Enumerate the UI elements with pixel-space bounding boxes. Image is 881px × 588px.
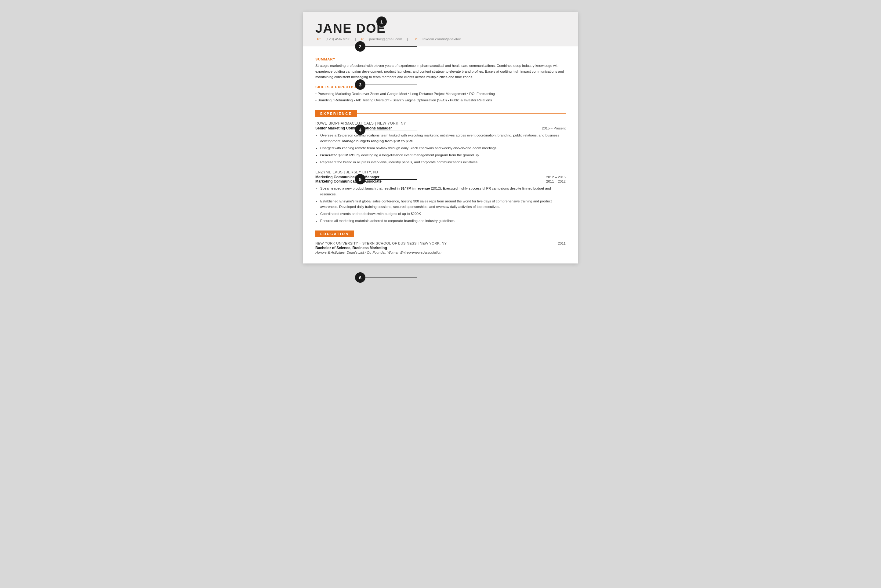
sep1: |: [355, 37, 356, 41]
contact-info: P: (123) 456-7890 | E: janedoe@gmail.com…: [315, 37, 566, 41]
education-row: NEW YORK UNIVERSITY – STERN SCHOOL OF BU…: [315, 242, 566, 245]
annotation-6-line: [366, 278, 417, 278]
job2-bullet-1: Spearheaded a new product launch that re…: [320, 186, 566, 197]
job1-company: ROWE BIOPHARMACEUTICALS | New York, NY: [315, 121, 566, 126]
job1-bullet-2: Charged with keeping remote team on-task…: [320, 146, 566, 151]
experience-section-bar: EXPERIENCE: [315, 110, 566, 117]
annotation-2-line: [366, 46, 417, 47]
annotation-4-line: [366, 130, 417, 130]
sep2: |: [407, 37, 408, 41]
job1-bullet-1: Oversee a 12-person communications team …: [320, 132, 566, 144]
skills-line-2: Branding / Rebranding • A/B Testing Over…: [315, 97, 566, 104]
job2-bullets: Spearheaded a new product launch that re…: [320, 186, 566, 224]
annotation-6: 6: [355, 272, 366, 283]
job2-bullet-2: Established Enzyme's first global sales …: [320, 198, 566, 210]
job2-bullet-4: Ensured all marketing materials adhered …: [320, 218, 566, 224]
email-label: E:: [361, 37, 364, 41]
phone-value: (123) 456-7890: [325, 37, 350, 41]
education-section-box: EDUCATION: [315, 231, 354, 237]
candidate-name: JANE DOE: [315, 21, 566, 35]
job2-company: ENZYME LABS | Jersey City, NJ: [315, 170, 566, 174]
annotation-2: 2: [355, 41, 366, 52]
job2-bullet-3: Coordinated events and tradeshows with b…: [320, 211, 566, 217]
education-section-bar: EDUCATION: [315, 231, 566, 237]
phone-label: P:: [317, 37, 321, 41]
linkedin-value: linkedin.com/in/jane-doe: [422, 37, 461, 41]
linkedin-label: Li:: [412, 37, 417, 41]
job1-dates: 2015 – Present: [542, 126, 566, 130]
skills-line-1: Presenting Marketing Decks over Zoom and…: [315, 91, 566, 97]
job2-dates2: 2011 – 2012: [546, 180, 566, 183]
skills-section-label: SKILLS & EXPERTISE: [315, 85, 566, 89]
job2-dates: 2012 – 2015: [546, 175, 566, 179]
annotation-5-line: [366, 179, 417, 180]
email-value: janedoe@gmail.com: [369, 37, 402, 41]
experience-section-line: [357, 113, 566, 114]
edu-honors-value: Dean's List / Co-Founder, Women Entrepre…: [346, 250, 441, 254]
resume-paper: JANE DOE P: (123) 456-7890 | E: janedoe@…: [303, 12, 578, 264]
page-wrapper: 1 2 3 4 5 6 JANE DOE P: (123) 456-7890 |…: [303, 12, 578, 264]
resume-body: SUMMARY Strategic marketing professional…: [303, 46, 578, 264]
edu-degree: Bachelor of Science, Business Marketing: [315, 246, 566, 250]
annotation-4: 4: [355, 124, 366, 135]
annotation-5: 5: [355, 174, 366, 184]
annotation-3-line: [366, 85, 417, 85]
experience-section-box: EXPERIENCE: [315, 110, 357, 117]
job1-title-row: Senior Marketing Communications Manager …: [315, 126, 566, 130]
annotation-1-line: [387, 22, 417, 22]
edu-school: NEW YORK UNIVERSITY – STERN SCHOOL OF BU…: [315, 242, 446, 245]
job1-bullet-3: Generated $3.5M ROI by developing a long…: [320, 152, 566, 158]
job2-title2-row: Marketing Communications Associate 2011 …: [315, 179, 566, 183]
edu-year: 2011: [558, 242, 566, 245]
job1-bullet-4: Represent the brand in all press intervi…: [320, 159, 566, 165]
summary-text: Strategic marketing professional with el…: [315, 63, 566, 80]
annotation-1: 1: [376, 16, 387, 27]
job2-title: Marketing Communications Manager: [315, 175, 379, 179]
annotation-3: 3: [355, 80, 366, 90]
resume-header: JANE DOE P: (123) 456-7890 | E: janedoe@…: [303, 12, 578, 46]
summary-section-label: SUMMARY: [315, 57, 566, 61]
edu-honors-label: Honors & Activities:: [315, 250, 346, 254]
job2-title-row: Marketing Communications Manager 2012 – …: [315, 175, 566, 179]
edu-honors: Honors & Activities: Dean's List / Co-Fo…: [315, 250, 566, 254]
job1-bullets: Oversee a 12-person communications team …: [320, 132, 566, 165]
skills-list: Presenting Marketing Decks over Zoom and…: [315, 91, 566, 103]
